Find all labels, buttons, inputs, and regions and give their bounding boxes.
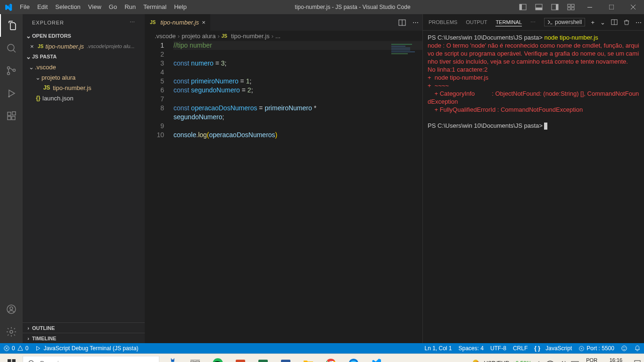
status-notifications-icon[interactable] <box>631 343 644 354</box>
open-editor-path: .vscode\projeto alu... <box>87 43 135 49</box>
explorer-icon[interactable] <box>0 14 23 37</box>
explorer-sidebar: EXPLORER ⋯ ⌄ OPEN EDITORS × JS tipo-numb… <box>23 14 145 343</box>
close-icon[interactable]: × <box>30 43 38 50</box>
menu-selection[interactable]: Selection <box>51 0 84 14</box>
status-language[interactable]: { } JavaScript <box>531 343 575 354</box>
explorer-title: EXPLORER <box>32 20 64 25</box>
powerpoint-icon[interactable]: P <box>229 354 252 362</box>
svg-rect-19 <box>12 116 15 120</box>
edge-icon[interactable] <box>342 354 365 362</box>
file-tipo-number[interactable]: JS tipo-number.js <box>23 82 145 93</box>
svg-rect-8 <box>568 8 570 10</box>
status-feedback-icon[interactable] <box>618 343 631 354</box>
timeline-section[interactable]: › TIMELINE <box>23 333 145 343</box>
folder-projeto-alura[interactable]: ⌄ projeto alura <box>23 72 145 82</box>
terminal-output[interactable]: PS C:\Users\win 10\Documents\JS pasta> n… <box>423 31 644 343</box>
source-control-icon[interactable] <box>0 59 23 82</box>
taskbar-search[interactable]: Pesquisar <box>23 356 159 362</box>
status-errors[interactable]: 0 0 <box>0 343 32 354</box>
toggle-primary-sidebar-icon[interactable] <box>515 0 531 14</box>
word-icon[interactable]: W <box>274 354 297 362</box>
start-button[interactable] <box>0 354 23 362</box>
explorer-more-icon[interactable]: ⋯ <box>130 19 135 25</box>
menu-file[interactable]: File <box>16 0 33 14</box>
status-indentation[interactable]: Spaces: 4 <box>455 343 487 354</box>
file-explorer-icon[interactable] <box>297 354 320 362</box>
terminal-tab[interactable]: TERMINAL <box>495 18 522 26</box>
breadcrumb-item[interactable]: ... <box>275 33 281 40</box>
close-icon[interactable]: × <box>202 19 206 26</box>
wifi-icon[interactable] <box>546 360 554 362</box>
close-button[interactable] <box>622 0 644 14</box>
status-live-server[interactable]: Port : 5500 <box>575 343 618 354</box>
toggle-panel-icon[interactable] <box>531 0 547 14</box>
outline-section[interactable]: › OUTLINE <box>23 322 145 333</box>
breadcrumb-item[interactable]: tipo-number.js <box>231 33 270 40</box>
battery-icon[interactable] <box>571 361 580 362</box>
editor-group: JS tipo-number.js × ⋯ .vscode › projeto … <box>145 14 422 343</box>
menu-run[interactable]: Run <box>121 0 140 14</box>
svg-rect-9 <box>571 8 574 10</box>
status-debug[interactable]: JavaScript Debug Terminal (JS pasta) <box>32 343 141 354</box>
terminal-shell-selector[interactable]: powershell <box>544 18 585 26</box>
svg-rect-59 <box>635 361 640 362</box>
window-title: tipo-number.js - JS pasta - Visual Studi… <box>190 4 515 10</box>
search-icon[interactable] <box>0 37 23 59</box>
output-tab[interactable]: OUTPUT <box>466 18 487 26</box>
file-launch-json[interactable]: {} launch.json <box>23 93 145 103</box>
menu-edit[interactable]: Edit <box>33 0 51 14</box>
svg-rect-3 <box>536 8 542 10</box>
workspace-section[interactable]: ⌄ JS PASTA <box>23 51 145 62</box>
open-editors-section[interactable]: ⌄ OPEN EDITORS <box>23 31 145 41</box>
svg-rect-5 <box>556 4 558 10</box>
maximize-button[interactable] <box>601 0 622 14</box>
breadcrumb-item[interactable]: projeto alura <box>182 33 215 40</box>
menu-help[interactable]: Help <box>170 0 190 14</box>
taskbar-weather-icon[interactable]: 👗 <box>161 354 184 362</box>
menu-terminal[interactable]: Terminal <box>140 0 170 14</box>
action-center-icon[interactable] <box>634 360 641 362</box>
accounts-icon[interactable] <box>0 298 23 321</box>
folder-vscode[interactable]: ⌄ .vscode <box>23 62 145 72</box>
excel-icon[interactable]: X <box>252 354 274 362</box>
status-encoding[interactable]: UTF-8 <box>487 343 510 354</box>
toggle-secondary-sidebar-icon[interactable] <box>547 0 563 14</box>
new-terminal-icon[interactable]: + <box>591 19 594 26</box>
menu-go[interactable]: Go <box>105 0 121 14</box>
split-editor-icon[interactable] <box>398 19 406 26</box>
js-file-icon: JS <box>150 20 156 25</box>
customize-layout-icon[interactable] <box>563 0 579 14</box>
kill-terminal-icon[interactable] <box>623 19 630 25</box>
clock[interactable]: 16:1625/06/2023 <box>603 357 629 362</box>
extensions-icon[interactable] <box>0 105 23 127</box>
more-actions-icon[interactable]: ⋯ <box>413 19 419 26</box>
terminal-cursor <box>544 123 547 130</box>
volume-icon[interactable] <box>559 360 566 362</box>
open-editor-item[interactable]: × JS tipo-number.js .vscode\projeto alu.… <box>23 41 145 51</box>
breadcrumb-item[interactable]: .vscode <box>155 33 176 40</box>
terminal-dropdown-icon[interactable]: ⌄ <box>600 19 605 26</box>
menu-view[interactable]: View <box>84 0 105 14</box>
more-panels-icon[interactable]: ⋯ <box>530 19 536 25</box>
editor-tab[interactable]: JS tipo-number.js × <box>145 14 211 31</box>
language-indicator[interactable]: PORPTB2 <box>585 357 598 362</box>
run-debug-icon[interactable] <box>0 82 23 105</box>
status-eol[interactable]: CRLF <box>510 343 531 354</box>
chevron-right-icon: › <box>217 33 219 40</box>
svg-rect-18 <box>8 116 11 120</box>
minimize-button[interactable] <box>579 0 601 14</box>
panel-more-icon[interactable]: ⋯ <box>636 19 642 26</box>
spotify-icon[interactable] <box>206 354 229 362</box>
settings-icon[interactable] <box>0 321 23 343</box>
task-view-icon[interactable] <box>184 354 206 362</box>
breadcrumbs[interactable]: .vscode › projeto alura › JS tipo-number… <box>145 31 422 41</box>
vscode-taskbar-icon[interactable] <box>365 354 388 362</box>
status-cursor-position[interactable]: Ln 1, Col 1 <box>421 343 455 354</box>
stock-widget[interactable]: USD/EUR +0,50% <box>472 359 531 362</box>
tray-expand-icon[interactable]: ㅿ <box>536 359 542 362</box>
problems-tab[interactable]: PROBLEMS <box>429 18 457 26</box>
code-content[interactable]: //tipo number const numero = 3; const pr… <box>173 41 422 343</box>
code-editor[interactable]: 12345678 910 //tipo number const numero … <box>145 41 422 343</box>
split-terminal-icon[interactable] <box>611 19 618 25</box>
chrome-icon[interactable] <box>320 354 342 362</box>
